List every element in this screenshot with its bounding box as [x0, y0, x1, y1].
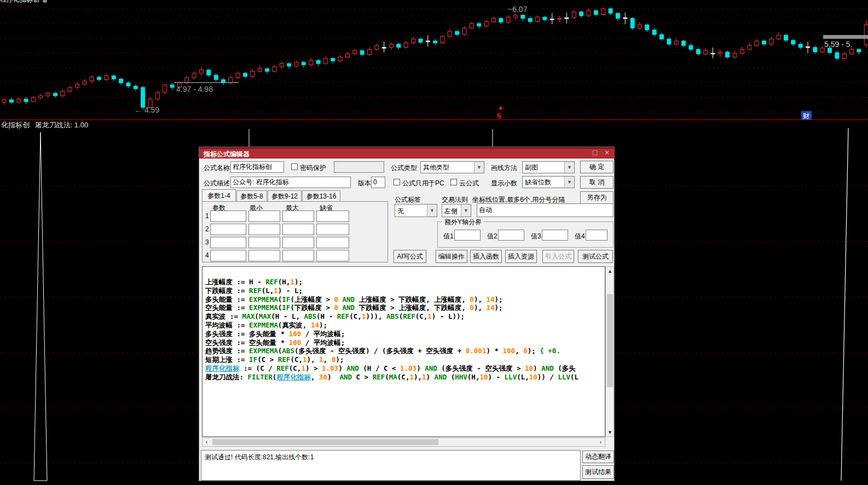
candle-body	[682, 41, 686, 45]
candle-body	[353, 51, 357, 54]
param-input-r3c4[interactable]	[316, 237, 349, 248]
formula-name-input[interactable]: 程序化指标创	[230, 161, 284, 173]
dynamic-translate-button[interactable]: 动态翻译	[582, 451, 614, 463]
pc-only-checkbox[interactable]	[394, 179, 400, 185]
horizontal-scroll-thumb[interactable]	[212, 439, 438, 445]
cloud-formula-checkbox[interactable]	[450, 179, 457, 185]
code-line[interactable]: 上涨幅度 := H - REF(H,1);	[205, 278, 605, 287]
extra-y-input-4[interactable]	[586, 230, 607, 241]
param-input-r4c1[interactable]	[210, 250, 246, 261]
param-input-r3c1[interactable]	[210, 237, 246, 248]
password-checkbox[interactable]	[291, 163, 298, 170]
maximize-button[interactable]: □	[590, 148, 600, 157]
action-button-AI写公式[interactable]: AI写公式	[394, 250, 426, 263]
param-input-r4c3[interactable]	[282, 250, 314, 261]
formula-type-label: 公式类型	[391, 163, 417, 173]
chevron-down-icon[interactable]: ▼	[461, 204, 471, 217]
chevron-down-icon[interactable]: ▼	[474, 162, 484, 173]
test-result-button[interactable]: 测试结果	[582, 465, 614, 479]
formula-desc-input[interactable]: 公众号: 程序化指标	[230, 177, 351, 188]
extra-y-input-3[interactable]	[542, 230, 568, 241]
code-line[interactable]: 多头强度 := 多头能量 * 100 / 平均波幅;	[205, 330, 605, 338]
formula-code-editor[interactable]: 上涨幅度 := H - REF(H,1);下跌幅度 := REF(L,1) - …	[202, 266, 605, 437]
code-line[interactable]: 趋势强度 := EXPMEMA(ABS(多头强度 - 空头强度) / (多头强度…	[205, 347, 605, 355]
candle-body	[97, 77, 101, 80]
code-line[interactable]: 空头能量 := EXPMEMA(IF(下跌幅度 > 0 AND 下跌幅度 > 上…	[205, 303, 605, 312]
action-button-测试公式[interactable]: 测试公式	[578, 250, 613, 263]
chevron-down-icon[interactable]: ▼	[564, 177, 574, 188]
candle-body	[76, 84, 79, 87]
action-button-编辑操作[interactable]: 编辑操作	[436, 250, 467, 263]
coord-position-input[interactable]: 自动	[477, 203, 614, 217]
code-line[interactable]: 短期上涨 := IF(C > REF(C,1), 1, 0);	[205, 355, 605, 364]
sub-indicator-value: 屠龙刀战法: 1.00	[35, 121, 89, 129]
tab-参数13-16[interactable]: 参数13-16	[302, 190, 340, 201]
action-button-插入函数[interactable]: 插入函数	[470, 250, 502, 263]
scroll-up-icon[interactable]: ▴	[606, 267, 614, 275]
candle-body	[331, 59, 335, 61]
param-input-r2c1[interactable]	[210, 224, 246, 235]
extra-y-label-3: 值3	[531, 232, 541, 241]
close-button[interactable]: ×	[602, 148, 612, 157]
scroll-right-icon[interactable]: ›	[597, 438, 605, 446]
candle-body	[696, 49, 700, 54]
extra-y-input-1[interactable]	[454, 230, 481, 241]
code-line[interactable]: 程序化指标 := (C / REF(C,1) > 1.03) AND (H / …	[205, 364, 605, 373]
version-input[interactable]: 0	[371, 177, 385, 188]
sub-indicator-label: 化指标创 屠龙刀战法: 1.00	[1, 121, 88, 129]
candle-body	[580, 12, 583, 16]
param-input-r1c2[interactable]	[248, 211, 280, 222]
param-input-r2c2[interactable]	[248, 224, 280, 235]
param-input-r2c4[interactable]	[316, 224, 349, 235]
code-line[interactable]: 多头能量 := EXPMEMA(IF(上涨幅度 > 0 AND 上涨幅度 > 下…	[205, 295, 605, 304]
extra-y-input-2[interactable]	[498, 230, 524, 241]
news-badge[interactable]: 财	[803, 112, 809, 120]
param-input-r3c2[interactable]	[248, 237, 280, 248]
formula-tag-select[interactable]: 无 ▼	[395, 204, 437, 217]
candle-body	[31, 98, 35, 102]
param-input-r1c1[interactable]	[210, 211, 246, 222]
param-input-r2c3[interactable]	[282, 224, 314, 235]
extra-y-label-4: 值4	[575, 232, 585, 241]
decimals-select[interactable]: 缺省位数 ▼	[522, 176, 575, 188]
param-input-r1c3[interactable]	[282, 211, 314, 222]
code-vertical-scrollbar[interactable]: ▴ ▾	[605, 266, 614, 437]
candle-body	[726, 52, 730, 57]
dialog-titlebar[interactable]: 指标公式编辑器 □ ×	[199, 147, 614, 159]
candle-body	[433, 41, 437, 43]
candle-body	[119, 79, 123, 83]
candle-body	[733, 53, 737, 57]
formula-type-select[interactable]: 其他类型 ▼	[420, 161, 484, 173]
candle-body	[244, 73, 247, 77]
param-input-r3c3[interactable]	[282, 237, 314, 248]
code-line[interactable]: 屠龙刀战法: FILTER(程序化指标, 30) AND C > REF(MA(…	[205, 373, 605, 382]
chevron-down-icon[interactable]: ▼	[427, 204, 437, 217]
action-button-引入公式: 引入公式	[542, 250, 574, 263]
tab-参数1-4[interactable]: 参数1-4	[202, 189, 236, 201]
cancel-button[interactable]: 取 消	[580, 176, 614, 189]
param-input-r4c4[interactable]	[316, 250, 349, 261]
save-as-button[interactable]: 另存为	[580, 191, 614, 204]
action-button-插入资源[interactable]: 插入资源	[505, 250, 537, 263]
param-input-r4c2[interactable]	[248, 250, 280, 261]
chevron-down-icon[interactable]: ▼	[564, 162, 574, 173]
code-line[interactable]: 平均波幅 := EXPMEMA(真实波, 14);	[205, 321, 605, 330]
scroll-left-icon[interactable]: ‹	[202, 438, 211, 446]
candle-body	[251, 71, 254, 76]
candle-body	[558, 19, 562, 19]
tab-参数9-12[interactable]: 参数9-12	[268, 190, 302, 201]
param-input-r1c4[interactable]	[316, 211, 349, 222]
candle-body	[134, 86, 137, 89]
code-line[interactable]: 空头强度 := 空头能量 * 100 / 平均波幅;	[205, 338, 605, 347]
draw-method-select[interactable]: 副图 ▼	[522, 161, 575, 173]
code-line[interactable]: 下跌幅度 := REF(L,1) - L;	[205, 287, 605, 295]
code-horizontal-scrollbar[interactable]: ‹ ›	[202, 437, 605, 447]
candle-body	[207, 70, 211, 75]
price-label-mid: 4.97 - 4.98	[176, 85, 213, 94]
tab-参数5-8[interactable]: 参数5-8	[236, 190, 267, 201]
code-line[interactable]: 真实波 := MAX(MAX(H - L, ABS(H - REF(C,1)))…	[205, 312, 605, 321]
ok-button[interactable]: 确 定	[580, 161, 614, 173]
scroll-down-icon[interactable]: ▾	[606, 428, 614, 436]
trade-rule-select[interactable]: 左侧 ▼	[442, 204, 471, 217]
vertical-scroll-thumb[interactable]	[607, 294, 613, 387]
